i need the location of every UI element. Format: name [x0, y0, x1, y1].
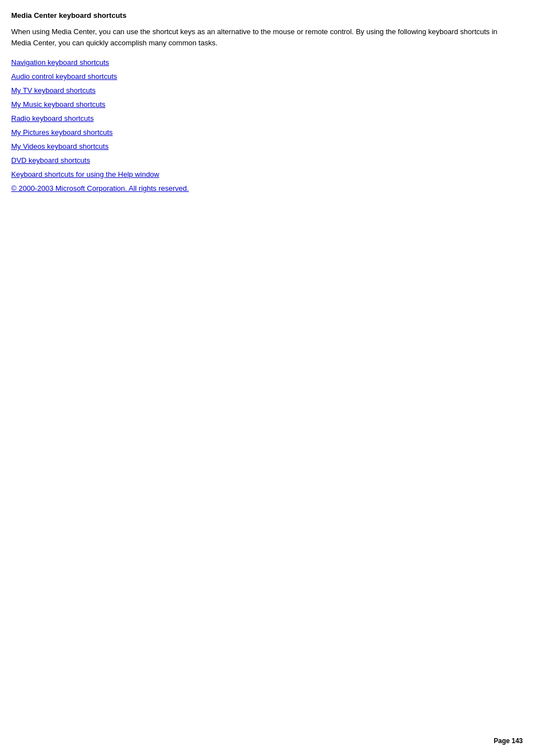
list-item: Navigation keyboard shortcuts: [11, 58, 504, 67]
intro-paragraph: When using Media Center, you can use the…: [11, 26, 504, 48]
list-item: My TV keyboard shortcuts: [11, 86, 504, 95]
link-my-pictures[interactable]: My Pictures keyboard shortcuts: [11, 128, 113, 137]
list-item: My Music keyboard shortcuts: [11, 100, 504, 109]
link-navigation[interactable]: Navigation keyboard shortcuts: [11, 58, 109, 67]
list-item: DVD keyboard shortcuts: [11, 156, 504, 165]
link-copyright[interactable]: © 2000-2003 Microsoft Corporation. All r…: [11, 184, 189, 192]
list-item: Radio keyboard shortcuts: [11, 114, 504, 123]
link-audio-control[interactable]: Audio control keyboard shortcuts: [11, 72, 117, 81]
list-item: My Videos keyboard shortcuts: [11, 142, 504, 151]
list-item: © 2000-2003 Microsoft Corporation. All r…: [11, 184, 504, 192]
link-dvd[interactable]: DVD keyboard shortcuts: [11, 156, 90, 165]
page-content: Media Center keyboard shortcuts When usi…: [0, 0, 515, 220]
link-my-videos[interactable]: My Videos keyboard shortcuts: [11, 142, 109, 151]
list-item: Keyboard shortcuts for using the Help wi…: [11, 170, 504, 179]
list-item: Audio control keyboard shortcuts: [11, 72, 504, 81]
list-item: My Pictures keyboard shortcuts: [11, 128, 504, 137]
link-help-window[interactable]: Keyboard shortcuts for using the Help wi…: [11, 170, 159, 179]
page-footer: Page 143: [494, 737, 523, 745]
link-my-music[interactable]: My Music keyboard shortcuts: [11, 100, 105, 109]
link-my-tv[interactable]: My TV keyboard shortcuts: [11, 86, 96, 95]
page-title: Media Center keyboard shortcuts: [11, 11, 504, 20]
link-radio[interactable]: Radio keyboard shortcuts: [11, 114, 93, 123]
shortcuts-link-list: Navigation keyboard shortcutsAudio contr…: [11, 58, 504, 192]
